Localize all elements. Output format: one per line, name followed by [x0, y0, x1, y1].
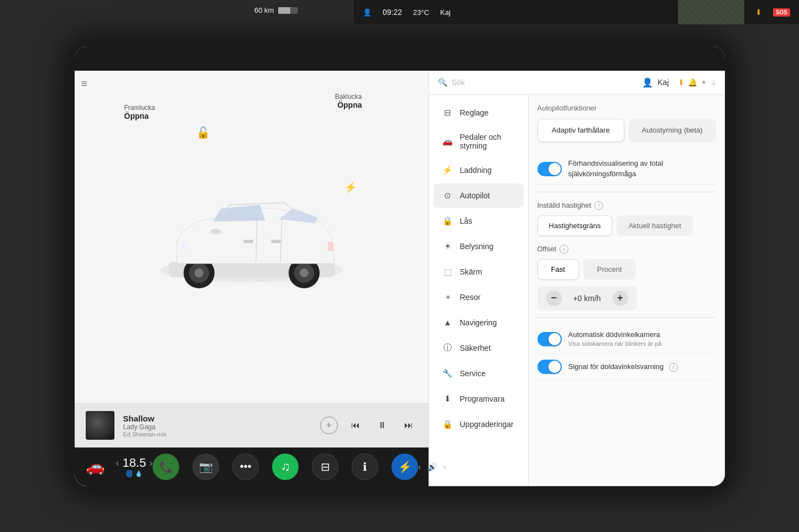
aktuell-hastighet-button[interactable]: Aktuell hastighet: [617, 215, 692, 236]
apps-button[interactable]: •••: [232, 454, 259, 480]
dodvinkel-toggle[interactable]: [537, 332, 562, 346]
signal-info-icon[interactable]: i: [669, 363, 678, 372]
framlucka-title: Framlucka: [124, 104, 155, 112]
procent-button[interactable]: Procent: [583, 259, 636, 280]
svg-point-4: [195, 268, 203, 277]
nav-label-sakerhet: Säkerhet: [460, 344, 491, 352]
toggle-row-dodvinkel: Automatisk dödvinkelkamera Visa sidokame…: [537, 324, 716, 355]
belysning-icon: ☀: [442, 241, 453, 252]
temp-decrease-button[interactable]: ‹: [116, 457, 119, 469]
user-name-header: Kaj: [657, 78, 669, 87]
nav-label-resor: Resor: [460, 293, 481, 302]
nav-item-resor[interactable]: ⌖ Resor: [434, 285, 524, 309]
nav-label-uppgraderingar: Uppgraderingar: [460, 420, 514, 429]
track-artist: Lady Gaga: [123, 423, 311, 431]
temperature-control: ‹ 18.5 › 🌀 💧: [116, 456, 153, 477]
svg-point-7: [300, 268, 309, 277]
list-icon[interactable]: ≡: [81, 77, 88, 90]
camera-button[interactable]: 📷: [192, 454, 219, 480]
nav-label-service: Service: [460, 369, 486, 378]
car-area: Framlucka Öppna 🔓 Baklucka Öppna ⚡: [75, 71, 429, 403]
taskbar-center: 📞 📷 ••• ♫ ⊟ ℹ ⚡: [153, 454, 418, 480]
reglage-icon: ⊟: [442, 107, 453, 118]
speed-section-label: Inställd hastighet: [537, 201, 592, 209]
nav-item-programvara[interactable]: ⬇ Programvara: [434, 387, 524, 411]
taskbar-forward-button[interactable]: ›: [443, 462, 446, 471]
svg-rect-11: [243, 240, 253, 243]
album-art-inner: [86, 411, 114, 440]
prev-track-button[interactable]: ⏮: [347, 417, 364, 434]
climate-icons: 🌀 💧: [116, 470, 153, 477]
nav-item-laddning[interactable]: ⚡ Laddning: [434, 158, 524, 182]
add-to-library-button[interactable]: +: [320, 417, 338, 434]
speed-info-icon[interactable]: i: [594, 201, 603, 210]
track-title: Shallow: [123, 414, 311, 423]
pedaler-icon: 🚗: [442, 136, 453, 147]
nav-label-programvara: Programvara: [460, 394, 505, 403]
las-icon: 🔒: [442, 215, 453, 227]
toggle-label-dodvinkel: Automatisk dödvinkelkamera Visa sidokame…: [568, 330, 716, 349]
speed-title: Inställd hastighet i: [537, 201, 716, 210]
cards-button[interactable]: ⊟: [312, 454, 338, 480]
phone-button[interactable]: 📞: [153, 454, 179, 480]
offset-title: Offset i: [537, 245, 716, 254]
adaptiv-farthallare-button[interactable]: Adaptiv farthållare: [537, 119, 625, 143]
nav-item-service[interactable]: 🔧 Service: [434, 361, 524, 386]
taskbar-back-button[interactable]: ‹: [418, 462, 421, 471]
fast-button[interactable]: Fast: [537, 259, 579, 280]
dodvinkel-sub-label: Visa sidokamera när blinkers är på: [568, 340, 716, 348]
uppgraderingar-icon: 🔒: [442, 419, 453, 430]
taskbar: 🚗 ‹ 18.5 › 🌀 💧 📞 📷: [75, 447, 429, 486]
nav-item-las[interactable]: 🔒 Lås: [434, 209, 524, 233]
offset-info-icon[interactable]: i: [560, 245, 568, 254]
spotify-button[interactable]: ♫: [272, 454, 299, 480]
nav-item-uppgraderingar[interactable]: 🔒 Uppgraderingar: [434, 412, 524, 436]
bluetooth-button[interactable]: ⚡: [391, 454, 418, 480]
toggle-knob-3: [549, 361, 561, 373]
autostyrning-button[interactable]: Autostyrning (beta): [629, 119, 716, 143]
hastighetsgrans-button[interactable]: Hastighetsgräns: [537, 215, 613, 236]
nav-item-pedaler[interactable]: 🚗 Pedaler och styrning: [434, 126, 524, 157]
framlucka-action[interactable]: Öppna: [124, 112, 155, 120]
search-placeholder[interactable]: Sök: [452, 78, 465, 87]
service-icon: 🔧: [442, 368, 453, 379]
signal-toggle[interactable]: [537, 360, 562, 374]
signal-icon: ⊥: [711, 78, 716, 86]
screen-inner: 60 km 👤 09:22 23°C Kaj ⬇ SOS: [75, 46, 725, 486]
speed-increase-button[interactable]: +: [613, 291, 628, 306]
speed-offset-value: +0 km/h: [571, 294, 604, 303]
nav-label-navigering: Navigering: [460, 318, 497, 327]
nav-label-autopilot: Autopilot: [460, 191, 490, 200]
temp-row: ‹ 18.5 ›: [116, 456, 153, 470]
divider-1: [537, 192, 716, 192]
speed-decrease-button[interactable]: −: [546, 291, 562, 306]
bluetooth-status-icon: ✦: [701, 78, 707, 87]
car-status-button[interactable]: 🚗: [86, 457, 105, 476]
lock-icon[interactable]: 🔓: [196, 126, 210, 139]
play-pause-button[interactable]: ⏸: [373, 417, 391, 434]
visualisering-toggle[interactable]: [537, 162, 562, 176]
media-controls: + ⏮ ⏸ ⏭: [320, 417, 417, 434]
offset-btn-group: Fast Procent: [537, 259, 716, 280]
baklucka-action[interactable]: Öppna: [335, 101, 362, 109]
nav-item-autopilot[interactable]: ⊙ Autopilot: [434, 183, 524, 208]
framlucka-label: Framlucka Öppna: [124, 104, 155, 120]
track-source: Ed Sheeran-mix: [123, 431, 311, 438]
autopilot-functions-section: Autopilotfunktioner Adaptiv farthållare …: [537, 104, 716, 143]
skarm-icon: ⬚: [442, 266, 453, 277]
nav-item-skarm[interactable]: ⬚ Skärm: [434, 260, 524, 284]
toggle-row-signal: Signal för doldavinkelsvarning i: [537, 354, 716, 380]
offset-section: Offset i Fast Procent − +0 km/h +: [537, 245, 716, 310]
left-panel: Framlucka Öppna 🔓 Baklucka Öppna ⚡: [75, 71, 429, 486]
nav-label-pedaler: Pedaler och styrning: [460, 133, 515, 150]
nav-item-navigering[interactable]: ▲ Navigering: [434, 310, 524, 335]
nav-item-belysning[interactable]: ☀ Belysning: [434, 234, 524, 259]
right-panel: 🔍 Sök 👤 Kaj ⬇ 🔔 ✦ ⊥: [429, 71, 725, 486]
info-button[interactable]: ℹ: [352, 454, 378, 480]
programvara-icon: ⬇: [442, 393, 453, 404]
next-track-button[interactable]: ⏭: [400, 417, 417, 434]
nav-item-reglage[interactable]: ⊟ Reglage: [434, 101, 524, 125]
nav-item-sakerhet[interactable]: ⓘ Säkerhet: [434, 336, 524, 360]
speed-stepper: − +0 km/h +: [537, 286, 637, 310]
right-header: 🔍 Sök 👤 Kaj ⬇ 🔔 ✦ ⊥: [429, 71, 725, 95]
